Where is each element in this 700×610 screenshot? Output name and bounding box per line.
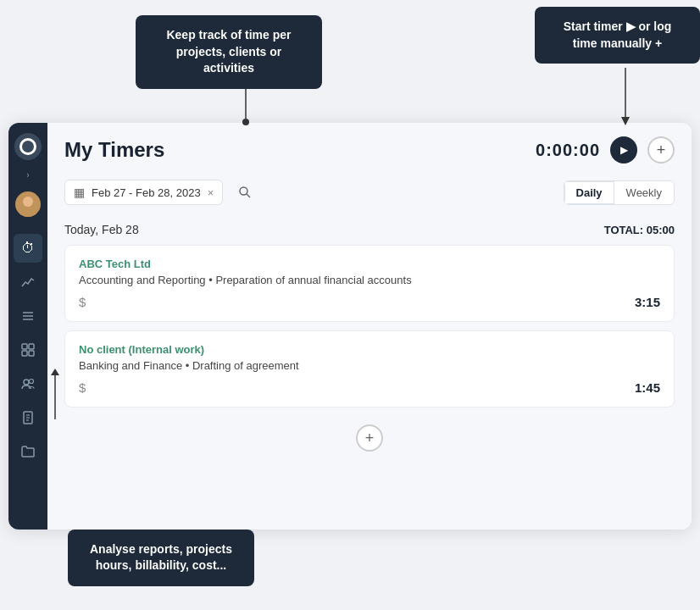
sidebar-item-grid[interactable] (14, 336, 42, 364)
billable-icon-1: $ (79, 295, 86, 309)
user-avatar[interactable] (15, 191, 41, 217)
svg-rect-13 (22, 351, 27, 356)
time-entry-2[interactable]: No client (Internal work) Banking and Fi… (64, 330, 675, 408)
logo-icon (19, 138, 36, 155)
client-name-1: ABC Tech Ltd (79, 258, 660, 270)
day-label: Today, Feb 28 (64, 223, 139, 236)
weekly-view-button[interactable]: Weekly (614, 181, 674, 204)
sidebar: › ⏱ (8, 123, 47, 530)
client-name-2: No client (Internal work) (79, 343, 660, 356)
content-area: Today, Feb 28 TOTAL: 05:00 ABC Tech Ltd … (47, 216, 692, 530)
svg-marker-3 (621, 117, 630, 125)
sidebar-item-documents[interactable] (14, 403, 42, 432)
entry-footer-2: $ 1:45 (79, 380, 660, 395)
day-total: TOTAL: 05:00 (604, 224, 675, 236)
svg-point-15 (24, 380, 29, 385)
svg-point-16 (30, 380, 34, 384)
start-timer-button[interactable]: ▶ (610, 136, 637, 164)
app-logo[interactable] (14, 133, 42, 160)
svg-point-7 (19, 208, 36, 217)
sidebar-item-list[interactable] (14, 302, 42, 330)
svg-point-21 (240, 187, 247, 195)
entry-time-2: 1:45 (635, 380, 660, 395)
tooltip-bottom-left: Analyse reports, projects hours, billabi… (68, 530, 254, 586)
svg-point-6 (23, 197, 33, 207)
sidebar-item-analytics[interactable] (14, 268, 42, 297)
daily-view-button[interactable]: Daily (564, 181, 614, 204)
date-range-filter[interactable]: ▦ Feb 27 - Feb 28, 2023 × (64, 180, 223, 205)
tooltip-top-center: Keep track of time per projects, clients… (136, 15, 322, 89)
view-toggle: Daily Weekly (564, 180, 675, 205)
add-row: + (64, 416, 675, 456)
sidebar-item-team[interactable] (14, 369, 42, 398)
svg-marker-5 (51, 369, 59, 375)
svg-point-1 (242, 119, 249, 125)
app-container: › ⏱ (8, 123, 692, 530)
sidebar-collapse-button[interactable]: › (26, 170, 29, 180)
filter-left: ▦ Feb 27 - Feb 28, 2023 × (64, 179, 258, 206)
svg-rect-14 (29, 351, 34, 356)
date-range-label: Feb 27 - Feb 28, 2023 (92, 186, 201, 199)
entry-time-1: 3:15 (635, 295, 660, 309)
day-header: Today, Feb 28 TOTAL: 05:00 (64, 216, 675, 245)
time-entry-1[interactable]: ABC Tech Ltd Accounting and Reporting • … (64, 245, 675, 322)
entry-footer-1: $ 3:15 (79, 295, 660, 309)
entry-description-1: Accounting and Reporting • Preparation o… (79, 274, 660, 286)
tooltip-top-right: Start timer ▶ or log time manually + (535, 7, 700, 64)
search-button[interactable] (231, 179, 258, 206)
play-icon: ▶ (620, 144, 628, 156)
add-time-button[interactable]: + (647, 136, 675, 164)
main-content: My Timers 0:00:00 ▶ + ▦ Feb 27 - Feb 28,… (47, 123, 692, 530)
calendar-icon: ▦ (74, 186, 85, 199)
sidebar-item-folder[interactable] (14, 437, 42, 466)
plus-icon: + (657, 141, 666, 159)
sidebar-item-timers[interactable]: ⏱ (14, 234, 42, 263)
timer-display: 0:00:00 (536, 141, 600, 160)
date-clear-button[interactable]: × (208, 186, 214, 199)
page-title: My Timers (64, 138, 164, 162)
billable-icon-2: $ (79, 380, 86, 395)
svg-line-22 (247, 194, 250, 197)
entry-description-2: Banking and Finance • Drafting of agreem… (79, 359, 660, 372)
filters-bar: ▦ Feb 27 - Feb 28, 2023 × Daily Weekly (47, 172, 692, 216)
svg-rect-12 (29, 344, 34, 349)
svg-rect-11 (22, 344, 27, 349)
add-entry-button[interactable]: + (356, 424, 383, 452)
page-header: My Timers 0:00:00 ▶ + (47, 123, 692, 172)
header-actions: 0:00:00 ▶ + (536, 136, 675, 164)
